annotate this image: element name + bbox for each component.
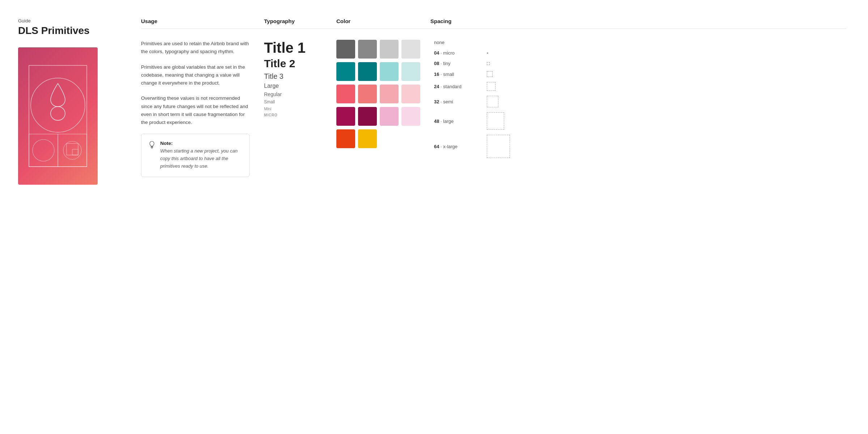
color-swatch-teal-3	[380, 62, 399, 81]
color-swatch-neutral-4	[401, 40, 420, 59]
column-headers: Usage Typography Color Spacing	[141, 18, 846, 29]
spacing-row-semi: 32 · semi	[434, 96, 846, 107]
content-area: Primitives are used to retain the Airbnb…	[141, 40, 846, 177]
spacing-box-standard	[487, 82, 495, 91]
spacing-none: none	[434, 40, 846, 45]
spacing-label-small: 16 · small	[434, 72, 481, 77]
typo-large: Large	[264, 83, 329, 89]
spacing-label-xlarge: 64 · x-large	[434, 144, 481, 149]
svg-rect-7	[72, 149, 78, 155]
color-swatch-neutral-3	[380, 40, 399, 59]
usage-column: Primitives are used to retain the Airbnb…	[141, 40, 264, 177]
spacing-label-tiny: 08 · tiny	[434, 61, 481, 66]
color-row-teal	[336, 62, 423, 81]
typo-title2: Title 2	[264, 57, 329, 70]
spacing-box-xlarge	[487, 135, 510, 158]
color-swatch-teal-2	[358, 62, 377, 81]
color-swatch-yellow	[358, 129, 377, 148]
spacing-label-standard: 24 · standard	[434, 84, 481, 89]
typo-mini: Mini	[264, 107, 329, 111]
page-title: DLS Primitives	[18, 25, 119, 36]
color-swatch-red-2	[358, 85, 377, 103]
note-text: When starting a new project, you can cop…	[160, 147, 242, 170]
note-content: Note: When starting a new project, you c…	[160, 141, 242, 170]
svg-point-1	[31, 78, 85, 132]
col-header-color: Color	[336, 18, 430, 24]
color-swatch-red-1	[336, 85, 355, 103]
typography-column: Title 1 Title 2 Title 3 Large Regular Sm…	[264, 40, 336, 117]
typo-small: Small	[264, 99, 329, 104]
color-swatch-red-4	[401, 85, 420, 103]
spacing-box-semi	[487, 96, 498, 107]
hero-card	[18, 47, 98, 185]
spacing-box-large	[487, 112, 504, 130]
typo-title3: Title 3	[264, 72, 329, 81]
spacing-row-xlarge: 64 · x-large	[434, 135, 846, 158]
color-swatch-orange	[336, 129, 355, 148]
spacing-row-micro: 04 · micro	[434, 50, 846, 56]
color-column	[336, 40, 430, 152]
typo-title1: Title 1	[264, 40, 329, 56]
spacing-label-semi: 32 · semi	[434, 99, 481, 104]
color-swatch-berry-4	[401, 107, 420, 126]
usage-para-3: Overwriting these values is not recommen…	[141, 94, 250, 126]
hero-geometry	[18, 47, 98, 185]
color-row-neutral	[336, 40, 423, 59]
color-row-red	[336, 85, 423, 103]
lightbulb-icon	[149, 141, 155, 151]
color-swatch-neutral-2	[358, 40, 377, 59]
col-header-usage: Usage	[141, 18, 264, 24]
col-header-typography: Typography	[264, 18, 336, 24]
color-swatch-berry-1	[336, 107, 355, 126]
typo-micro: MICRO	[264, 113, 329, 117]
guide-label: Guide	[18, 18, 119, 23]
svg-point-4	[33, 139, 54, 161]
color-swatch-berry-2	[358, 107, 377, 126]
spacing-label-large: 48 · large	[434, 119, 481, 124]
color-swatch-red-3	[380, 85, 399, 103]
usage-para-2: Primitives are global variables that are…	[141, 63, 250, 87]
color-row-berry	[336, 107, 423, 126]
spacing-row-standard: 24 · standard	[434, 82, 846, 91]
spacing-row-tiny: 08 · tiny	[434, 61, 846, 66]
spacing-label-micro: 04 · micro	[434, 50, 481, 56]
spacing-column: none 04 · micro 08 · tiny 16 · small	[430, 40, 846, 163]
usage-para-1: Primitives are used to retain the Airbnb…	[141, 40, 250, 56]
note-title: Note:	[160, 141, 242, 146]
spacing-box-micro	[487, 52, 488, 54]
color-swatch-berry-3	[380, 107, 399, 126]
svg-rect-2	[29, 134, 58, 167]
main-content: Usage Typography Color Spacing Primitive…	[119, 0, 868, 434]
spacing-row-small: 16 · small	[434, 71, 846, 77]
color-swatch-neutral-1	[336, 40, 355, 59]
note-box: Note: When starting a new project, you c…	[141, 134, 250, 177]
color-row-warm	[336, 129, 423, 148]
col-header-spacing: Spacing	[430, 18, 846, 24]
spacing-box-small	[487, 71, 493, 77]
typo-regular: Regular	[264, 91, 329, 97]
color-swatch-teal-4	[401, 62, 420, 81]
sidebar: Guide DLS Primitives	[0, 0, 119, 434]
spacing-row-large: 48 · large	[434, 112, 846, 130]
spacing-box-tiny	[487, 62, 490, 65]
color-swatch-teal-1	[336, 62, 355, 81]
